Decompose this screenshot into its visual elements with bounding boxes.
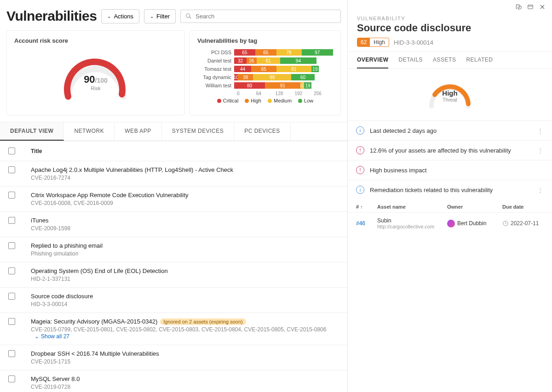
row-subtitle: CVE-2016-0008, CVE-2016-0009 bbox=[31, 200, 113, 206]
col-due[interactable]: Due date bbox=[502, 204, 544, 210]
svg-point-0 bbox=[186, 14, 190, 17]
filter-button[interactable]: ⌄ Filter bbox=[144, 9, 176, 23]
vuln-row[interactable]: Operating System (OS) End of Life (EOL) … bbox=[0, 262, 347, 288]
row-checkbox[interactable] bbox=[8, 242, 15, 249]
vuln-row[interactable]: Source code disclosureHID-3-3-00014 bbox=[0, 288, 347, 313]
close-icon[interactable] bbox=[539, 4, 546, 12]
row-checkbox[interactable] bbox=[8, 192, 15, 199]
tab-network[interactable]: NETWORK bbox=[64, 122, 115, 141]
vuln-row[interactable]: MySQL Server 8.0CVE-2019-0728 bbox=[0, 370, 347, 392]
row-checkbox[interactable] bbox=[8, 217, 15, 224]
panel-tab-details[interactable]: DETAILS bbox=[398, 57, 423, 68]
legend-item: Medium bbox=[268, 98, 292, 103]
row-checkbox[interactable] bbox=[8, 293, 15, 300]
risk-score-scale: /100 bbox=[95, 77, 108, 84]
row-body: Dropbear SSH < 2016.74 Multiple Vulnerab… bbox=[31, 350, 159, 365]
panel-controls bbox=[348, 0, 552, 16]
tag-chart-label: Daniel test bbox=[197, 58, 234, 63]
chevron-down-icon: ⌄ bbox=[34, 333, 39, 340]
tag-chart-label: Tomasz test bbox=[197, 66, 234, 72]
info-remediation: i Remediation tickets related to this vu… bbox=[348, 180, 552, 199]
more-icon[interactable]: ⋮ bbox=[537, 127, 544, 134]
actions-button[interactable]: ⌄ Actions bbox=[101, 9, 139, 23]
severity-pill: 62 High bbox=[357, 38, 389, 47]
panel-header: VULNERABILITY Source code disclosure 62 … bbox=[348, 16, 552, 52]
select-all-checkbox[interactable] bbox=[8, 148, 15, 154]
ticket-number[interactable]: #46 bbox=[356, 220, 377, 227]
panel-tab-related[interactable]: RELATED bbox=[466, 57, 493, 68]
row-checkbox[interactable] bbox=[8, 166, 15, 173]
vuln-row[interactable]: Mageia: Security Advisory (MGASA-2015-03… bbox=[0, 313, 347, 345]
asset-url: http://cargocollective.com bbox=[377, 224, 447, 229]
info-last-detected: i Last detected 2 days ago ⋮ bbox=[348, 120, 552, 140]
tags-card-title: Vulnerabilities by tag bbox=[197, 37, 333, 44]
tag-chart-label: Tag dynamic bbox=[197, 74, 234, 80]
ticket-owner: Bert Dubbin bbox=[447, 220, 502, 227]
owner-name: Bert Dubbin bbox=[457, 220, 486, 227]
row-subtitle: HID-3-3-00014 bbox=[31, 301, 67, 307]
row-subtitle: CVE-2016-7274 bbox=[31, 175, 70, 181]
show-all-link[interactable]: ⌄Show all 27 bbox=[34, 333, 69, 340]
row-body: Apache Log4j 2.0.x Multiple Vulnerabilit… bbox=[31, 166, 233, 181]
svg-rect-2 bbox=[528, 5, 533, 9]
row-checkbox[interactable] bbox=[8, 350, 15, 357]
row-body: Citrix Workspace App Remote Code Executi… bbox=[31, 192, 189, 206]
window-icon[interactable] bbox=[527, 4, 534, 12]
vuln-row[interactable]: Citrix Workspace App Remote Code Executi… bbox=[0, 187, 347, 212]
panel-tab-assets[interactable]: ASSETS bbox=[433, 57, 456, 68]
more-icon[interactable]: ⋮ bbox=[537, 147, 544, 154]
info-business-impact: ! High business impact bbox=[348, 160, 552, 180]
tag-chart-segment: 65 bbox=[251, 66, 276, 72]
row-checkbox[interactable] bbox=[8, 267, 15, 274]
more-icon[interactable]: ⋮ bbox=[537, 187, 544, 193]
tag-chart-row: Daniel test32266194 bbox=[197, 57, 333, 64]
show-all-label: Show all 27 bbox=[41, 333, 69, 340]
avatar bbox=[447, 220, 455, 227]
legend-label: Low bbox=[304, 98, 313, 103]
vuln-row[interactable]: Apache Log4j 2.0.x Multiple Vulnerabilit… bbox=[0, 161, 347, 187]
tag-chart-segment: 44 bbox=[234, 66, 251, 72]
col-num[interactable]: # ↑ bbox=[356, 204, 377, 210]
info-icon: i bbox=[356, 186, 364, 194]
search-box[interactable] bbox=[180, 10, 341, 23]
panel-eyebrow: VULNERABILITY bbox=[357, 16, 543, 21]
info-text: 12.6% of your assets are affected by thi… bbox=[370, 147, 511, 154]
col-owner[interactable]: Owner bbox=[447, 204, 502, 210]
tab-pcdev[interactable]: PC DEVICES bbox=[234, 122, 291, 141]
vuln-row[interactable]: iTunesCVE-2009-1598 bbox=[0, 212, 347, 237]
info-text: High business impact bbox=[370, 167, 427, 174]
row-title: MySQL Server 8.0 bbox=[31, 375, 80, 382]
tags-chart-axis: 064128192256 bbox=[237, 91, 333, 96]
col-asset[interactable]: Asset name bbox=[377, 204, 447, 210]
risk-card-title: Account risk score bbox=[14, 37, 177, 44]
severity-score: 62 bbox=[357, 38, 370, 46]
severity-label: High bbox=[370, 38, 389, 46]
main-content: Vulnerabilities ⌄ Actions ⌄ Filter Accou… bbox=[0, 0, 347, 392]
remediation-row[interactable]: #46 Subin http://cargocollective.com Ber… bbox=[348, 212, 552, 234]
vuln-row[interactable]: Replied to a phishing emailPhishing simu… bbox=[0, 237, 347, 262]
info-text: Remediation tickets related to this vuln… bbox=[370, 187, 493, 193]
ticket-due: 2022-07-11 bbox=[502, 220, 544, 227]
threat-gauge: High Threat bbox=[348, 69, 552, 120]
legend-item: High bbox=[245, 98, 261, 103]
row-checkbox[interactable] bbox=[8, 318, 15, 325]
row-subtitle: CVE-2009-1598 bbox=[31, 225, 70, 232]
legend-label: Critical bbox=[223, 98, 239, 103]
chat-icon[interactable] bbox=[515, 4, 522, 12]
tag-chart-row: Tag dynamic10399960 bbox=[197, 74, 333, 81]
risk-gauge: 90/100 Risk bbox=[14, 49, 177, 110]
search-input[interactable] bbox=[196, 13, 336, 20]
row-checkbox[interactable] bbox=[8, 375, 15, 382]
info-icon: i bbox=[356, 126, 364, 135]
tab-sysdev[interactable]: SYSTEM DEVICES bbox=[162, 122, 234, 141]
row-subtitle: CVE-2015-1715 bbox=[31, 358, 70, 365]
tag-chart-segment: 65 bbox=[255, 49, 276, 56]
filter-label: Filter bbox=[156, 13, 170, 20]
tab-default[interactable]: DEFAULT VIEW bbox=[0, 122, 64, 141]
vuln-row[interactable]: Dropbear SSH < 2016.74 Multiple Vulnerab… bbox=[0, 345, 347, 370]
tab-webapp[interactable]: WEB APP bbox=[115, 122, 162, 141]
detail-panel: VULNERABILITY Source code disclosure 62 … bbox=[347, 0, 552, 392]
threat-sub: Threat bbox=[442, 97, 457, 102]
panel-tab-overview[interactable]: OVERVIEW bbox=[357, 57, 388, 68]
axis-tick: 192 bbox=[294, 91, 314, 96]
